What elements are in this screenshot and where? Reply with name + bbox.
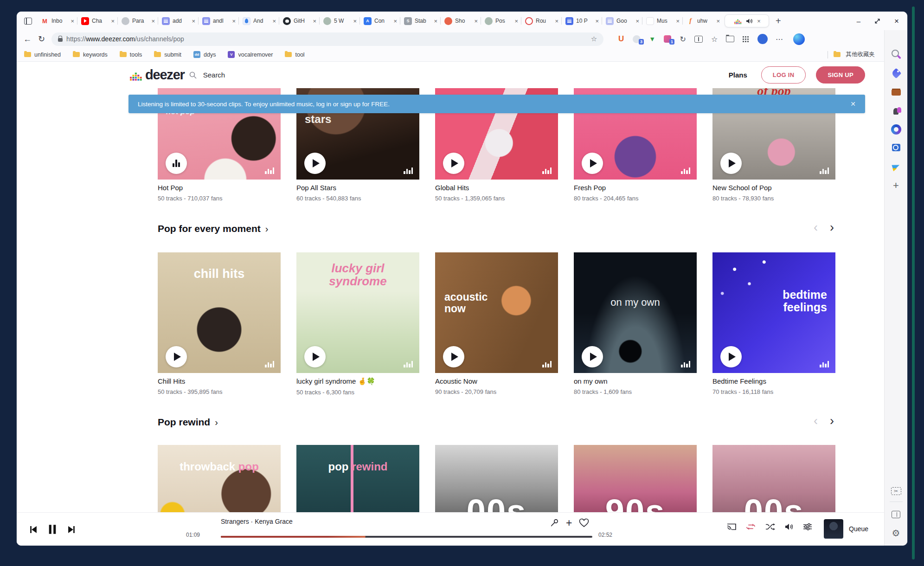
browser-tab-pos[interactable]: Pos× xyxy=(481,14,521,27)
queue-album-thumbnail[interactable] xyxy=(824,519,843,539)
tab-close-icon[interactable]: × xyxy=(555,18,558,25)
tab-close-icon[interactable]: × xyxy=(151,18,155,25)
tab-close-icon[interactable]: × xyxy=(716,18,720,25)
plans-link[interactable]: Plans xyxy=(729,71,747,79)
play-button[interactable] xyxy=(720,153,742,174)
tab-close-icon[interactable]: × xyxy=(111,18,115,25)
tab-actions-icon[interactable] xyxy=(24,18,32,25)
playlist-cover[interactable]: on my own xyxy=(574,252,697,373)
next-track-icon[interactable] xyxy=(67,525,76,534)
now-playing-indicator[interactable] xyxy=(166,153,187,174)
other-bookmarks[interactable]: 其他收藏夹 xyxy=(828,51,877,58)
search-icon[interactable] xyxy=(890,48,902,60)
now-playing-title[interactable]: Strangers · Kenya Grace xyxy=(221,518,293,525)
outlook-icon[interactable] xyxy=(890,142,902,154)
playlist-title[interactable]: Hot Pop xyxy=(158,184,281,192)
add-icon[interactable]: + xyxy=(890,180,902,192)
playlist-title[interactable]: Acoustic Now xyxy=(435,377,558,385)
cast-icon[interactable] xyxy=(726,522,737,531)
login-button[interactable]: LOG IN xyxy=(761,66,806,84)
bookmark-tool[interactable]: tool xyxy=(285,51,304,58)
lock-icon[interactable] xyxy=(58,38,63,42)
favorite-heart-icon[interactable] xyxy=(579,518,589,527)
play-button[interactable] xyxy=(443,346,464,367)
playlist-title[interactable]: on my own xyxy=(574,377,697,385)
section-heading-pop-rewind[interactable]: Pop rewind› xyxy=(158,417,218,428)
bookmark-tools[interactable]: tools xyxy=(120,51,142,58)
progress-bar[interactable] xyxy=(221,536,592,538)
toolbox-icon[interactable] xyxy=(890,86,902,98)
tab-close-icon[interactable]: × xyxy=(676,18,680,25)
tab-close-icon[interactable]: × xyxy=(393,18,397,25)
scroll-left-icon[interactable]: ‹ xyxy=(814,415,818,427)
scroll-right-icon[interactable]: › xyxy=(830,221,834,234)
signup-button[interactable]: SIGN UP xyxy=(816,66,865,84)
apps-grid-icon[interactable] xyxy=(742,36,750,42)
close-button[interactable]: × xyxy=(894,17,899,25)
playlist-cover[interactable]: bedtimefeelings xyxy=(712,252,835,373)
deezer-wordmark[interactable]: deezer xyxy=(145,67,185,83)
queue-label[interactable]: Queue xyxy=(849,525,868,533)
tab-close-icon[interactable]: × xyxy=(595,18,599,25)
send-icon[interactable] xyxy=(890,161,902,173)
tab-close-icon[interactable]: × xyxy=(434,18,437,25)
browser-tab-andl[interactable]: andl× xyxy=(198,14,238,27)
playlist-card-bedtime[interactable]: bedtimefeelingsBedtime Feelings70 tracks… xyxy=(712,252,835,396)
play-button[interactable] xyxy=(582,153,603,174)
ext-badge-3-icon[interactable]: 3 xyxy=(633,34,641,44)
shuffle-icon[interactable] xyxy=(765,523,775,531)
ublock-icon[interactable]: U xyxy=(617,34,625,44)
bookmark-vocalremover[interactable]: Vvocalremover xyxy=(228,51,273,58)
tab-close-icon[interactable]: × xyxy=(757,18,761,25)
tag-icon[interactable] xyxy=(890,67,902,79)
browser-tab-rou[interactable]: Rou× xyxy=(521,14,561,27)
tab-close-icon[interactable]: × xyxy=(272,18,276,25)
favorites-star-icon[interactable]: ☆ xyxy=(711,34,718,44)
playlist-cover[interactable]: acousticnow xyxy=(435,252,558,373)
back-icon[interactable]: ← xyxy=(23,35,32,43)
tab-close-icon[interactable]: × xyxy=(313,18,316,25)
browser-tab-para[interactable]: Para× xyxy=(117,14,158,27)
browser-tab-10-p[interactable]: 10 P× xyxy=(561,14,602,27)
add-to-playlist-icon[interactable]: + xyxy=(566,518,572,528)
play-button[interactable] xyxy=(720,346,742,367)
playlist-card-own[interactable]: on my ownon my own80 tracks - 1,609 fans xyxy=(574,252,697,396)
playlist-title[interactable]: Chill Hits xyxy=(158,377,281,385)
playlist-title[interactable]: lucky girl syndrome 🤞🍀 xyxy=(296,377,419,386)
download-arrow-icon[interactable]: ▼ xyxy=(648,34,656,44)
bookmark-ddys[interactable]: ddddys xyxy=(193,51,216,58)
playlist-title[interactable]: Bedtime Feelings xyxy=(712,377,835,385)
repeat-icon[interactable] xyxy=(746,522,756,531)
banner-close-icon[interactable]: ✕ xyxy=(850,100,856,108)
minimize-button[interactable]: – xyxy=(857,18,860,25)
tab-close-icon[interactable]: × xyxy=(192,18,195,25)
active-tab-deezer[interactable]: × xyxy=(725,14,769,27)
browser-tab-con[interactable]: ACon× xyxy=(359,14,400,27)
profile-avatar-icon[interactable] xyxy=(757,34,768,44)
playlist-cover[interactable]: chill hits xyxy=(158,252,281,373)
pause-icon[interactable] xyxy=(48,524,57,534)
playlist-title[interactable]: Fresh Pop xyxy=(574,184,697,192)
browser-tab-5-w[interactable]: 5 W× xyxy=(319,14,359,27)
tab-close-icon[interactable]: × xyxy=(71,18,74,25)
section-heading-pop-for-every-moment[interactable]: Pop for every moment› xyxy=(158,223,268,234)
scroll-right-icon[interactable]: › xyxy=(830,415,834,427)
more-dots-icon[interactable]: ⋯ xyxy=(776,34,783,44)
screenshot-icon[interactable]: ✂ xyxy=(891,487,901,495)
collections-folder-icon[interactable] xyxy=(726,34,734,44)
split-screen-icon[interactable] xyxy=(694,34,703,44)
lyrics-mic-icon[interactable] xyxy=(550,518,559,527)
deezer-logo-icon[interactable] xyxy=(130,70,142,81)
audio-settings-sliders-icon[interactable] xyxy=(803,523,812,531)
bookmark-submit[interactable]: submit xyxy=(154,51,181,58)
tab-close-icon[interactable]: × xyxy=(232,18,236,25)
split-panel-icon[interactable] xyxy=(890,508,902,521)
search-field[interactable]: Search xyxy=(189,71,225,79)
address-bar[interactable]: https://www.deezer.com/us/channels/pop ☆ xyxy=(51,32,603,46)
playlist-card-acoustic[interactable]: acousticnowAcoustic Now90 tracks - 20,70… xyxy=(435,252,558,396)
ext-badge-1-icon[interactable]: 1 xyxy=(664,34,671,44)
playlist-title[interactable]: Pop All Stars xyxy=(296,184,419,192)
browser-tab-goo[interactable]: Goo× xyxy=(602,14,642,27)
scroll-left-icon[interactable]: ‹ xyxy=(814,221,818,234)
browser-tab-gith[interactable]: GitH× xyxy=(279,14,319,27)
